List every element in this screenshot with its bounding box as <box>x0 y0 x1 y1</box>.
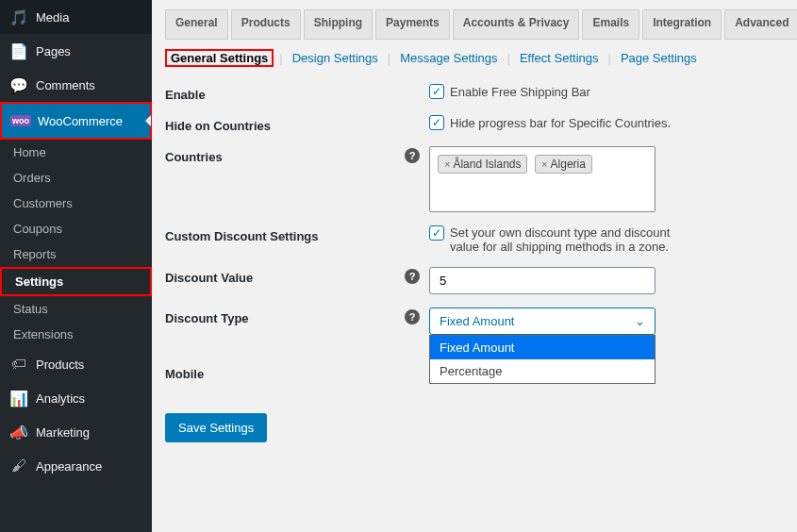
sidebar-sub-orders[interactable]: Orders <box>0 165 152 191</box>
sidebar-sub-coupons[interactable]: Coupons <box>0 216 152 241</box>
sidebar-sub-customers[interactable]: Customers <box>0 191 152 216</box>
hide-countries-checkbox[interactable]: ✓ <box>429 115 444 130</box>
help-icon[interactable]: ? <box>405 309 420 324</box>
discount-type-option[interactable]: Fixed Amount <box>430 336 655 359</box>
sidebar-submenu: Home Orders Customers Coupons Reports Se… <box>0 140 152 347</box>
hide-countries-label: Hide on Countries <box>165 115 429 133</box>
subtab-message-settings[interactable]: Message Settings <box>396 49 501 67</box>
remove-tag-icon[interactable]: × <box>541 158 547 170</box>
subtab-design-settings[interactable]: Design Settings <box>289 49 382 67</box>
subtab-general-settings[interactable]: General Settings <box>167 49 272 67</box>
save-settings-button[interactable]: Save Settings <box>165 413 267 442</box>
mobile-label: Mobile <box>165 363 429 381</box>
discount-type-option[interactable]: Percentage <box>430 359 655 383</box>
tab-emails[interactable]: Emails <box>582 9 639 40</box>
tab-payments[interactable]: Payments <box>375 9 450 40</box>
sidebar-item-comments[interactable]: 💬Comments <box>0 68 152 102</box>
sidebar-item-products[interactable]: 🏷Products <box>0 347 152 381</box>
tab-advanced[interactable]: Advanced <box>724 9 797 40</box>
sidebar-item-media[interactable]: 🎵Media <box>0 0 152 34</box>
settings-subtabs: General Settings| Design Settings| Messa… <box>165 49 784 67</box>
countries-input[interactable]: ×Åland Islands ×Algeria <box>429 146 656 212</box>
subtab-effect-settings[interactable]: Effect Settings <box>516 49 603 67</box>
tab-accounts-privacy[interactable]: Accounts & Privacy <box>453 9 580 40</box>
discount-type-select[interactable]: Fixed Amount⌄ <box>429 308 656 335</box>
custom-discount-text: Set your own discount type and discount … <box>450 225 695 254</box>
discount-type-dropdown: Fixed Amount Percentage <box>429 335 656 384</box>
woocommerce-icon: woo <box>11 111 30 130</box>
country-tag[interactable]: ×Åland Islands <box>438 155 527 174</box>
admin-sidebar: 🎵Media 📄Pages 💬Comments wooWooCommerce H… <box>0 0 152 532</box>
settings-main: General Products Shipping Payments Accou… <box>152 0 797 532</box>
tab-shipping[interactable]: Shipping <box>304 9 373 40</box>
enable-checkbox[interactable]: ✓ <box>429 84 444 99</box>
remove-tag-icon[interactable]: × <box>444 158 450 170</box>
enable-text: Enable Free Shipping Bar <box>450 85 590 99</box>
help-icon[interactable]: ? <box>405 148 420 163</box>
sidebar-sub-home[interactable]: Home <box>0 140 152 165</box>
sidebar-item-woocommerce[interactable]: wooWooCommerce <box>2 104 150 138</box>
discount-value-label: Discount Value? <box>165 267 429 285</box>
sidebar-item-analytics[interactable]: 📊Analytics <box>0 381 152 415</box>
chevron-down-icon: ⌄ <box>635 314 645 328</box>
tab-general[interactable]: General <box>165 9 228 40</box>
custom-discount-checkbox[interactable]: ✓ <box>429 225 444 241</box>
sidebar-item-appearance[interactable]: 🖌Appearance <box>0 449 152 483</box>
discount-value-input[interactable] <box>429 267 656 294</box>
products-icon: 🏷 <box>9 355 28 374</box>
tab-products[interactable]: Products <box>231 9 301 40</box>
appearance-icon: 🖌 <box>9 457 28 475</box>
tab-integration[interactable]: Integration <box>642 9 722 40</box>
enable-label: Enable <box>165 84 429 102</box>
marketing-icon: 📣 <box>9 423 28 441</box>
subtab-page-settings[interactable]: Page Settings <box>617 49 701 67</box>
analytics-icon: 📊 <box>9 389 28 407</box>
sidebar-sub-extensions[interactable]: Extensions <box>0 322 152 347</box>
settings-tabs: General Products Shipping Payments Accou… <box>165 9 784 40</box>
help-icon[interactable]: ? <box>405 269 420 284</box>
country-tag[interactable]: ×Algeria <box>535 155 592 174</box>
custom-discount-label: Custom Discount Settings <box>165 225 429 243</box>
sidebar-item-marketing[interactable]: 📣Marketing <box>0 415 152 449</box>
sidebar-sub-reports[interactable]: Reports <box>0 241 152 267</box>
discount-type-label: Discount Type? <box>165 308 429 325</box>
comments-icon: 💬 <box>9 75 28 94</box>
media-icon: 🎵 <box>9 8 28 26</box>
sidebar-item-pages[interactable]: 📄Pages <box>0 34 152 68</box>
sidebar-sub-settings[interactable]: Settings <box>2 269 150 294</box>
sidebar-sub-status[interactable]: Status <box>0 296 152 322</box>
pages-icon: 📄 <box>9 42 28 60</box>
hide-countries-text: Hide progress bar for Specific Countries… <box>450 116 671 130</box>
countries-label: Countries? <box>165 146 429 164</box>
